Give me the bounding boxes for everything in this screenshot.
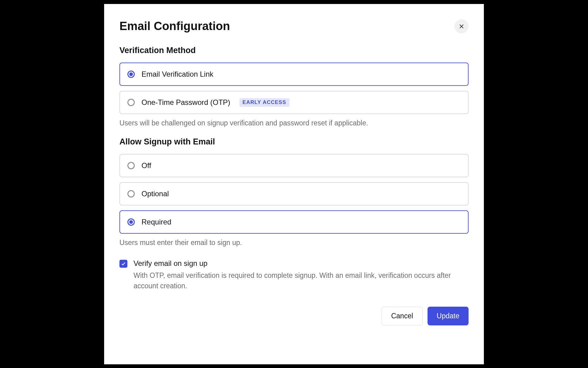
radio-icon	[127, 162, 135, 169]
radio-label: Email Verification Link	[141, 70, 213, 79]
verification-method-group: Email Verification Link One-Time Passwor…	[119, 63, 469, 114]
radio-label: Required	[141, 218, 171, 226]
radio-signup-optional[interactable]: Optional	[119, 182, 469, 205]
checkbox-content: Verify email on sign up With OTP, email …	[134, 259, 469, 291]
dialog-footer: Cancel Update	[119, 307, 469, 325]
radio-email-link[interactable]: Email Verification Link	[119, 63, 469, 86]
verification-method-title: Verification Method	[119, 46, 469, 55]
check-icon	[121, 261, 126, 266]
checkbox-label: Verify email on sign up	[134, 259, 469, 268]
dialog-header: Email Configuration	[119, 19, 469, 33]
radio-signup-required[interactable]: Required	[119, 210, 469, 234]
update-button[interactable]: Update	[428, 307, 469, 325]
radio-icon	[127, 190, 135, 197]
radio-icon	[127, 99, 135, 106]
radio-label: Off	[141, 161, 151, 170]
cancel-button[interactable]: Cancel	[382, 307, 423, 325]
dialog-title: Email Configuration	[119, 20, 230, 33]
signup-helper-text: Users must enter their email to sign up.	[119, 239, 469, 247]
close-icon	[459, 24, 464, 29]
early-access-badge: EARLY ACCESS	[239, 98, 289, 107]
radio-icon	[127, 218, 135, 226]
allow-signup-title: Allow Signup with Email	[119, 137, 469, 147]
close-button[interactable]	[454, 19, 469, 33]
verify-email-checkbox-row[interactable]: Verify email on sign up With OTP, email …	[119, 259, 469, 291]
email-configuration-dialog: Email Configuration Verification Method …	[104, 4, 484, 364]
radio-label: One-Time Password (OTP)	[141, 98, 230, 107]
radio-icon	[127, 71, 135, 78]
checkbox-checked-icon	[119, 260, 127, 268]
allow-signup-group: Off Optional Required	[119, 154, 469, 234]
radio-signup-off[interactable]: Off	[119, 154, 469, 177]
verification-helper-text: Users will be challenged on signup verif…	[119, 119, 469, 127]
radio-label: Optional	[141, 190, 169, 198]
checkbox-description: With OTP, email verification is required…	[134, 270, 469, 291]
radio-otp[interactable]: One-Time Password (OTP) EARLY ACCESS	[119, 91, 469, 114]
